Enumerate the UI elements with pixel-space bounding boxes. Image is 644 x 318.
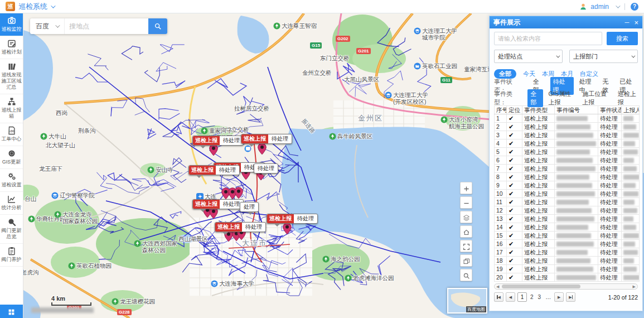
- books-icon: [7, 62, 16, 71]
- map-search-input[interactable]: [65, 22, 148, 30]
- locate-check-icon[interactable]: ✔: [507, 223, 522, 232]
- time-filter-1[interactable]: 全部: [494, 69, 516, 79]
- cell-reporter-redacted: [622, 123, 640, 131]
- sidebar-item-2[interactable]: 巡检计划: [0, 36, 23, 59]
- locate-check-icon[interactable]: ✔: [507, 181, 522, 190]
- map-search-button[interactable]: [148, 18, 167, 34]
- locate-check-icon[interactable]: ✔: [507, 215, 522, 223]
- map-label: 老虎沟: [23, 269, 39, 276]
- map-label-text: 海之韵公园: [331, 256, 360, 262]
- locate-check-icon[interactable]: ✔: [507, 123, 522, 131]
- event-callout[interactable]: 巡检上报待处理: [188, 165, 240, 175]
- park-poi-icon: [134, 240, 141, 247]
- page-button-2[interactable]: 2: [529, 294, 535, 300]
- event-callout[interactable]: 待处理: [254, 163, 278, 174]
- panel-minimize-icon[interactable]: ─: [625, 20, 630, 26]
- event-search-button[interactable]: 搜索: [607, 32, 638, 45]
- locate-check-icon[interactable]: ✔: [507, 114, 522, 123]
- park-poi-icon: [273, 22, 280, 30]
- camera-icon: [7, 16, 16, 25]
- minimap[interactable]: 百度地图: [447, 288, 487, 314]
- page-button-3[interactable]: 3: [537, 294, 543, 300]
- home-button[interactable]: [460, 225, 472, 238]
- locate-check-icon[interactable]: ✔: [507, 273, 522, 282]
- cell-event-type: 巡检上报: [522, 198, 555, 206]
- layers-button[interactable]: [460, 211, 472, 223]
- scroll-right-icon[interactable]: ▶: [631, 285, 637, 289]
- event-pin[interactable]: [258, 143, 267, 155]
- help-icon[interactable]: ?: [631, 3, 638, 11]
- map-search-button[interactable]: [460, 269, 472, 281]
- event-callout[interactable]: 巡检上报待处理: [192, 199, 244, 209]
- valve-care-icon: [7, 247, 16, 256]
- table-row: 1✔巡检上报待处理: [495, 114, 640, 123]
- locate-check-icon[interactable]: ✔: [507, 232, 522, 240]
- last-page-button[interactable]: ▶: [566, 292, 575, 302]
- scrollbar-thumb[interactable]: [502, 285, 580, 288]
- locate-check-icon[interactable]: ✔: [507, 198, 522, 206]
- department-select[interactable]: 上报部门: [569, 50, 638, 63]
- zoom-out-button[interactable]: [460, 196, 472, 209]
- locate-check-icon[interactable]: ✔: [507, 173, 522, 181]
- type-filter-4[interactable]: 巡检上报: [618, 90, 638, 107]
- map-label: 金州立交桥: [302, 69, 332, 76]
- sidebar-item-7[interactable]: 巡检设置: [0, 169, 23, 192]
- sidebar-item-5[interactable]: LOG工单中心: [0, 123, 23, 146]
- locate-check-icon[interactable]: ✔: [507, 257, 522, 265]
- locate-check-icon[interactable]: ✔: [507, 248, 522, 257]
- scroll-left-icon[interactable]: ◀: [495, 285, 501, 289]
- map-label: 大连市: [242, 240, 267, 247]
- locate-check-icon[interactable]: ✔: [507, 206, 522, 215]
- sidebar-item-6[interactable]: GIS更新: [0, 146, 23, 169]
- event-callout[interactable]: 巡检上报待处理: [241, 134, 292, 144]
- locate-check-icon[interactable]: ✔: [507, 156, 522, 165]
- event-callout[interactable]: 巡检上报待处理: [267, 214, 318, 224]
- sidebar-item-1[interactable]: 巡检监控: [0, 13, 23, 36]
- zoom-in-button[interactable]: [460, 182, 472, 194]
- locate-check-icon[interactable]: ✔: [507, 148, 522, 156]
- sidebar-apps-button[interactable]: [0, 305, 23, 318]
- user-menu[interactable]: admin: [590, 3, 609, 11]
- user-chevron-down-icon[interactable]: [616, 3, 620, 8]
- sidebar-item-10[interactable]: 阀门养护: [0, 244, 23, 267]
- overview-button[interactable]: [460, 254, 472, 267]
- event-search-input[interactable]: [494, 32, 602, 45]
- type-filter-2[interactable]: GIS属性上报: [548, 90, 577, 107]
- cell-event-status: 待处理: [598, 156, 622, 165]
- event-pin[interactable]: [209, 144, 218, 156]
- sidebar-item-8[interactable]: 统计分析: [0, 192, 23, 215]
- first-page-button[interactable]: ◀: [494, 292, 503, 302]
- station-select[interactable]: 处理站点: [494, 50, 563, 63]
- app-title-chevron-down-icon[interactable]: [51, 3, 55, 8]
- cell-event-no-redacted: [555, 123, 598, 131]
- type-filter-3[interactable]: 施工位置上报: [582, 90, 612, 107]
- event-pin[interactable]: [234, 187, 243, 199]
- type-filter-1[interactable]: 全部: [527, 89, 543, 107]
- sidebar-item-9[interactable]: 阀门更新总览: [0, 215, 23, 244]
- current-page-button[interactable]: 1: [517, 292, 527, 302]
- cell-event-type: 巡检上报: [522, 114, 555, 123]
- panel-close-icon[interactable]: ×: [634, 20, 638, 26]
- locate-check-icon[interactable]: ✔: [507, 190, 522, 198]
- svg-text:LOG: LOG: [9, 130, 14, 133]
- callout-status: 待处理: [268, 134, 292, 143]
- time-filter-5[interactable]: 自定义: [580, 70, 598, 78]
- event-callout[interactable]: 处理: [240, 202, 259, 212]
- map-engine-select[interactable]: 百度: [30, 18, 65, 34]
- event-callout[interactable]: 巡检上报待处理: [192, 136, 244, 146]
- next-page-button[interactable]: ▶: [554, 292, 564, 302]
- locate-check-icon[interactable]: ✔: [507, 139, 522, 148]
- event-callout[interactable]: 巡检上报待处理: [215, 222, 266, 232]
- cell-event-type: 巡检上报: [522, 232, 555, 240]
- locate-check-icon[interactable]: ✔: [507, 165, 522, 173]
- prev-page-button[interactable]: ◀: [506, 292, 515, 302]
- locate-check-icon[interactable]: ✔: [507, 131, 522, 139]
- sidebar-item-3[interactable]: 巡线发现施工区域汇总: [0, 59, 23, 94]
- sidebar-item-4[interactable]: 巡线上报箱: [0, 94, 23, 123]
- time-filter-2[interactable]: 今天: [523, 70, 535, 78]
- fullscreen-button[interactable]: [460, 240, 472, 252]
- locate-check-icon[interactable]: ✔: [507, 265, 522, 273]
- event-pin[interactable]: [283, 223, 292, 235]
- page-button-…[interactable]: …: [544, 294, 552, 300]
- locate-check-icon[interactable]: ✔: [507, 240, 522, 248]
